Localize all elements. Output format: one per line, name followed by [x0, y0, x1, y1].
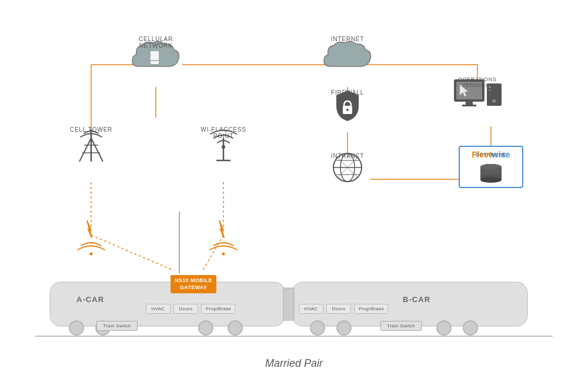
svg-point-21 [310, 321, 325, 335]
operations-terminal-label: OPERATIONS TERMINAL [448, 76, 507, 88]
svg-line-34 [79, 138, 91, 162]
svg-rect-54 [462, 105, 476, 106]
svg-point-17 [69, 321, 83, 335]
svg-point-61 [480, 177, 502, 183]
bcar-hvac-box: HVAC [299, 304, 323, 314]
acar-doors-box: Doors [173, 304, 198, 314]
cell-tower-label: CELL TOWER [70, 126, 112, 133]
internet-node: INTERNET [318, 38, 377, 76]
svg-line-35 [91, 138, 103, 162]
cellular-network-node: CELLULAR NETWORK [126, 38, 185, 76]
svg-line-11 [91, 235, 173, 270]
svg-rect-26 [283, 288, 294, 320]
wifi-access-point-node: WI-FI ACCESS POINT [200, 126, 247, 165]
svg-point-24 [463, 321, 477, 335]
cell-tower-node: CELL TOWER [68, 126, 115, 165]
svg-marker-27 [87, 220, 92, 238]
married-pair-label: Married Pair [265, 357, 323, 370]
svg-marker-29 [219, 220, 224, 238]
bcar-doors-box: Doors [326, 304, 351, 314]
cellular-network-label: CELLULAR NETWORK [126, 36, 185, 49]
fleetwise-database-box: Fleetwise DATABASE [459, 146, 523, 188]
wifi-ap-label: WI-FI ACCESS POINT [200, 126, 247, 139]
ns10-gateway-badge: NS10 MOBILEGATEWAY [171, 275, 216, 293]
svg-point-23 [437, 321, 451, 335]
left-train-switch: Train Switch [96, 321, 138, 331]
svg-point-28 [90, 253, 93, 256]
bcar-prop-box: Prop/Brake [354, 304, 388, 314]
acar-prop-box: Prop/Brake [201, 304, 235, 314]
operations-terminal-node: OPERATIONS TERMINAL [448, 76, 507, 115]
internet-label: INTERNET [331, 36, 364, 42]
svg-point-19 [199, 321, 213, 335]
svg-point-58 [492, 99, 496, 103]
svg-point-42 [346, 109, 349, 111]
svg-rect-53 [466, 102, 473, 105]
svg-rect-57 [489, 90, 491, 91]
svg-point-20 [228, 321, 242, 335]
svg-point-22 [337, 321, 351, 335]
svg-rect-31 [151, 51, 159, 64]
firewall-node: FIREWALL [327, 88, 368, 123]
svg-point-39 [222, 145, 225, 149]
svg-point-63 [480, 169, 502, 175]
svg-line-13 [203, 235, 223, 270]
firewall-label: FIREWALL [331, 89, 364, 96]
database-label: DATABASE [476, 152, 506, 158]
right-train-switch: Train Switch [380, 321, 422, 331]
intranet-node: INTRANET [327, 152, 368, 184]
intranet-label: INTRANET [331, 153, 364, 159]
acar-hvac-box: HVAC [146, 304, 171, 314]
svg-point-30 [222, 253, 225, 256]
bcar-label: B-CAR [403, 295, 430, 304]
acar-label: A-CAR [76, 295, 104, 304]
